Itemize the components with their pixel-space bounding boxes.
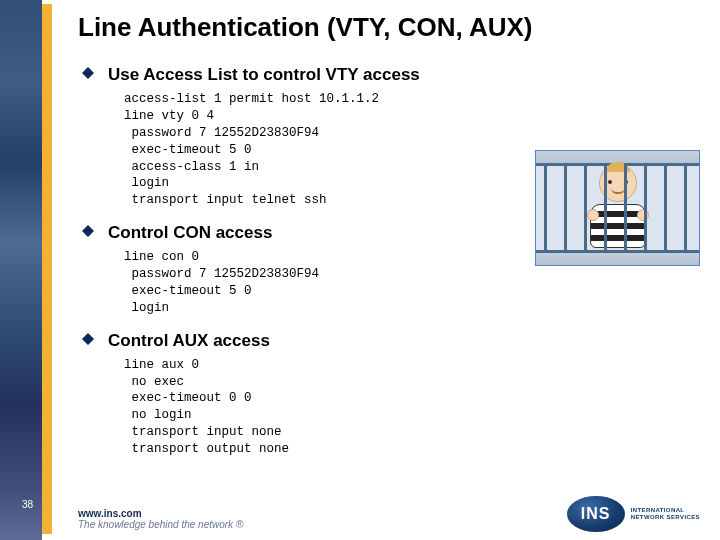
bullet-row: Use Access List to control VTY access: [78, 65, 700, 85]
bullet-icon: [82, 219, 94, 231]
sidebar-image-strip: [0, 0, 42, 540]
bullet-heading: Control AUX access: [108, 331, 270, 351]
footer-url: www.ins.com: [78, 508, 243, 519]
sidebar: [0, 0, 60, 540]
bullet-icon: [82, 327, 94, 339]
sidebar-gold-bar: [42, 4, 52, 534]
bullet-heading: Control CON access: [108, 223, 272, 243]
logo-abbr: INS: [581, 505, 611, 523]
code-block-aux: line aux 0 no exec exec-timeout 0 0 no l…: [124, 357, 700, 458]
ins-logo: INS INTERNATIONAL NETWORK SERVICES: [567, 496, 700, 532]
bullet-heading: Use Access List to control VTY access: [108, 65, 420, 85]
jail-cartoon: [535, 150, 700, 266]
content-area: Line Authentication (VTY, CON, AUX) Use …: [60, 0, 720, 540]
logo-line2: NETWORK SERVICES: [631, 514, 700, 521]
footer-tagline: The knowledge behind the network ®: [78, 519, 243, 530]
logo-oval-icon: INS: [567, 496, 625, 532]
bullet-icon: [82, 61, 94, 73]
slide-number: 38: [22, 499, 33, 510]
slide: 38 Line Authentication (VTY, CON, AUX) U…: [0, 0, 720, 540]
logo-line1: INTERNATIONAL: [631, 507, 700, 514]
logo-text: INTERNATIONAL NETWORK SERVICES: [631, 507, 700, 520]
footer: www.ins.com The knowledge behind the net…: [78, 508, 243, 530]
page-title: Line Authentication (VTY, CON, AUX): [78, 12, 700, 43]
bullet-row: Control AUX access: [78, 331, 700, 351]
